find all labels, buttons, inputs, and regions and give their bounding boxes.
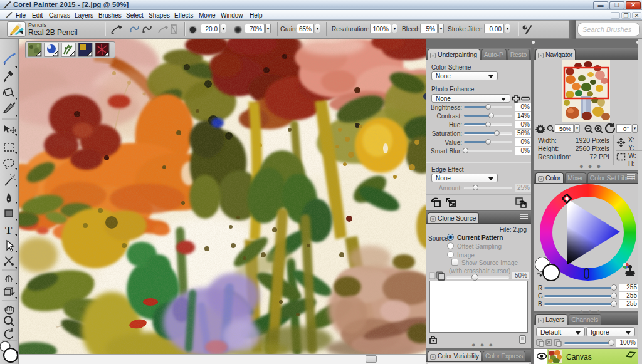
- svg-text:T: T: [5, 224, 13, 236]
